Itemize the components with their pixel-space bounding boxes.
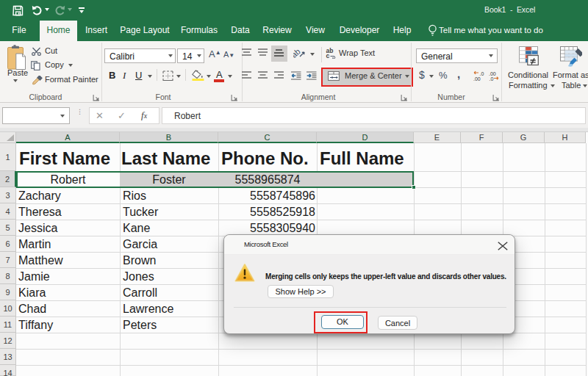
svg-text:.0: .0 xyxy=(490,76,494,82)
svg-text:ab: ab xyxy=(293,47,302,59)
svg-text:c: c xyxy=(326,52,330,59)
svg-text:.00: .00 xyxy=(473,76,481,82)
svg-text:.0: .0 xyxy=(480,71,484,76)
svg-text:.00: .00 xyxy=(489,71,496,76)
